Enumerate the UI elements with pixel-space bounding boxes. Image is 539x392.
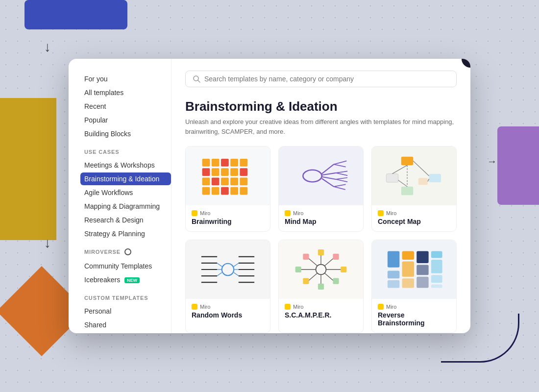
new-badge: NEW (124, 277, 140, 283)
template-meta-randomwords: Miro Random Words (186, 299, 270, 325)
template-name-conceptmap: Concept Map (378, 218, 450, 225)
svg-rect-10 (230, 168, 238, 176)
template-meta-conceptmap: Miro Concept Map (372, 205, 456, 231)
svg-point-50 (222, 264, 234, 275)
svg-rect-87 (416, 277, 428, 288)
template-meta-mindmap: Miro Mind Map (279, 205, 363, 231)
sidebar-item-research[interactable]: Research & Design (80, 214, 171, 226)
svg-rect-80 (388, 271, 399, 279)
sidebar-item-all-templates[interactable]: All templates (80, 86, 171, 99)
template-card-scamper[interactable]: Miro S.C.A.M.P.E.R. (278, 240, 364, 333)
template-card-brainwriting[interactable]: Miro Brainwriting (185, 146, 270, 232)
svg-line-1 (198, 80, 200, 82)
svg-line-68 (324, 273, 334, 281)
svg-rect-88 (431, 251, 442, 258)
svg-line-24 (322, 173, 336, 175)
svg-line-56 (217, 263, 222, 267)
sidebar-item-strategy[interactable]: Strategy & Planning (80, 227, 171, 240)
svg-rect-39 (418, 178, 428, 185)
sidebar-item-agile[interactable]: Agile Workflows (80, 186, 171, 199)
template-meta-reversebrainstorming: Miro Reverse Brainstorming (372, 299, 456, 333)
svg-line-61 (234, 272, 239, 276)
svg-rect-2 (202, 159, 210, 167)
svg-rect-4 (221, 159, 229, 167)
template-thumb-scamper (279, 240, 363, 299)
search-input[interactable] (204, 75, 449, 83)
sidebar-item-mapping[interactable]: Mapping & Diagramming (80, 200, 171, 213)
template-card-conceptmap[interactable]: Miro Concept Map (371, 146, 457, 232)
svg-rect-5 (230, 159, 238, 167)
miroverse-label: MIROVERSE (84, 249, 171, 256)
svg-rect-13 (212, 177, 220, 185)
svg-line-28 (334, 164, 345, 167)
svg-rect-73 (318, 249, 324, 255)
miro-dot (192, 210, 197, 216)
template-provider-scamper: Miro (285, 304, 357, 310)
svg-rect-78 (333, 254, 339, 260)
template-card-randomwords[interactable]: Miro Random Words (185, 240, 270, 333)
svg-line-40 (392, 165, 407, 173)
miro-dot (192, 304, 197, 310)
sidebar-item-icebreakers[interactable]: Icebreakers NEW (80, 273, 171, 286)
svg-line-29 (336, 171, 348, 172)
template-name-randomwords: Random Words (192, 311, 264, 319)
custom-templates-label: CUSTOM TEMPLATES (84, 295, 171, 301)
svg-rect-79 (388, 251, 399, 267)
sidebar-item-shared[interactable]: Shared (80, 318, 171, 331)
svg-rect-85 (416, 251, 428, 263)
sidebar-item-for-you[interactable]: For you (80, 73, 171, 85)
sidebar-item-brainstorming[interactable]: Brainstorming & Ideation (80, 172, 171, 185)
svg-rect-6 (240, 159, 247, 167)
template-provider-brainwriting: Miro (192, 210, 264, 216)
template-card-mindmap[interactable]: Miro Mind Map (278, 146, 364, 232)
svg-rect-81 (388, 280, 399, 288)
svg-line-23 (322, 164, 334, 173)
template-thumb-brainwriting (186, 147, 270, 205)
template-grid: Miro Brainwriting (185, 146, 457, 333)
page-description: Unleash and explore your creative ideas … (185, 117, 457, 136)
svg-rect-74 (318, 284, 324, 290)
svg-rect-71 (295, 267, 301, 272)
svg-line-31 (336, 177, 348, 179)
svg-line-67 (308, 258, 318, 266)
template-thumb-conceptmap (372, 147, 456, 205)
svg-rect-17 (202, 187, 210, 195)
template-provider-randomwords: Miro (192, 304, 264, 310)
sidebar-item-popular[interactable]: Popular (80, 114, 171, 126)
svg-line-44 (428, 179, 429, 181)
sidebar-item-recent[interactable]: Recent (80, 100, 171, 113)
svg-point-22 (303, 170, 321, 182)
svg-rect-83 (402, 261, 414, 276)
svg-rect-15 (230, 177, 238, 185)
miro-dot (378, 210, 384, 216)
miroverse-icon (124, 248, 131, 255)
svg-line-69 (308, 273, 318, 281)
svg-rect-90 (431, 275, 442, 283)
svg-rect-9 (221, 168, 229, 176)
svg-rect-82 (402, 251, 414, 259)
svg-rect-20 (230, 187, 238, 195)
svg-line-25 (322, 177, 336, 179)
svg-rect-19 (221, 187, 229, 195)
svg-line-32 (336, 179, 348, 182)
template-card-reversebrainstorming[interactable]: Miro Reverse Brainstorming (371, 240, 457, 333)
sidebar-item-personal[interactable]: Personal (80, 305, 171, 318)
svg-rect-7 (202, 168, 210, 176)
svg-line-42 (413, 161, 429, 176)
template-name-reversebrainstorming: Reverse Brainstorming (378, 311, 450, 327)
sidebar-item-community[interactable]: Community Templates (80, 260, 171, 272)
svg-line-33 (334, 184, 345, 186)
sidebar-item-building-blocks[interactable]: Building Blocks (80, 127, 171, 140)
template-thumb-randomwords (186, 240, 270, 299)
template-provider-conceptmap: Miro (378, 210, 450, 216)
page-title: Brainstorming & Ideation (185, 99, 457, 114)
svg-line-34 (334, 187, 345, 190)
template-provider-reversebrainstorming: Miro (378, 304, 450, 310)
svg-rect-14 (221, 177, 229, 185)
modal-backdrop: × For you All templates Recent Popular B… (0, 0, 539, 392)
svg-rect-72 (341, 267, 346, 272)
template-name-scamper: S.C.A.M.P.E.R. (285, 311, 357, 319)
template-thumb-reversebrainstorming (372, 240, 456, 299)
sidebar-item-meetings-workshops[interactable]: Meetings & Workshops (80, 159, 171, 172)
template-name-brainwriting: Brainwriting (192, 218, 264, 225)
